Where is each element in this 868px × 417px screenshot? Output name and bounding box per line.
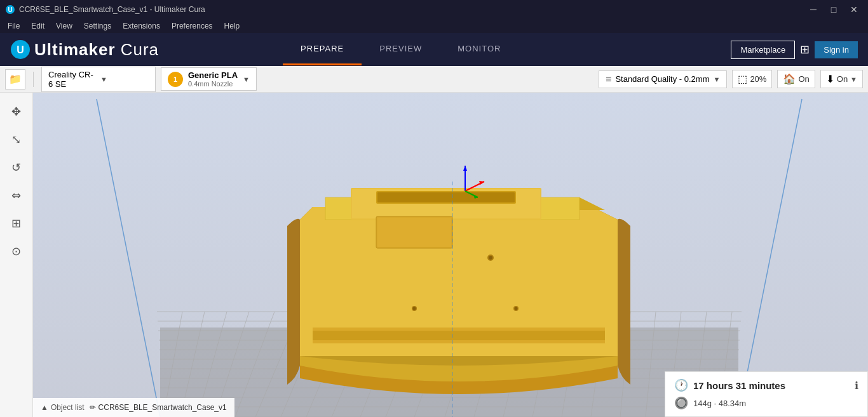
svg-point-59 [489, 256, 492, 260]
apps-icon[interactable]: ⊞ [800, 43, 810, 56]
svg-rect-65 [313, 331, 605, 340]
object-list-bar: ▲ Object list ✏ CCR6SE_BLE_Smartwatch_Ca… [33, 398, 234, 417]
tool-support-blocker[interactable]: ⊙ [5, 240, 28, 263]
weight-row: 🔘 144g · 48.34m [674, 396, 858, 410]
adhesion-label: On [837, 74, 848, 84]
svg-point-63 [413, 307, 416, 310]
tool-move[interactable]: ✥ [5, 100, 28, 123]
filament-icon: 🔘 [674, 396, 688, 410]
print-time: 17 hours 31 minutes [693, 380, 785, 391]
svg-text:U: U [17, 44, 24, 55]
svg-rect-56 [377, 192, 515, 202]
support-selector[interactable]: 🏠 On [777, 70, 815, 88]
tool-scale[interactable]: ⤡ [5, 128, 28, 151]
edit-icon[interactable]: ✏ [90, 403, 96, 412]
menu-file[interactable]: File [3, 20, 25, 32]
svg-text:U: U [8, 6, 12, 13]
settings-chevron: ▼ [850, 76, 857, 83]
tab-preview[interactable]: PREVIEW [362, 34, 440, 65]
adhesion-selector[interactable]: ⬇ On ▼ [820, 70, 863, 88]
menu-edit[interactable]: Edit [26, 20, 50, 32]
chevron-up-icon: ▲ [41, 403, 48, 412]
printer-chevron: ▼ [100, 76, 149, 83]
material-sub: 0.4mm Nozzle [188, 80, 238, 88]
maximize-button[interactable]: □ [825, 3, 843, 16]
nozzle-selector[interactable]: 1 Generic PLA 0.4mm Nozzle ▼ [161, 67, 257, 91]
printer-selector[interactable]: Creality CR-6 SE ▼ [41, 67, 156, 92]
marketplace-button[interactable]: Marketplace [731, 41, 795, 59]
logo: U Ultimaker Cura [10, 39, 159, 60]
title-bar: U CCR6SE_BLE_Smartwatch_Case_v1 - Ultima… [0, 0, 868, 19]
app-icon: U [5, 4, 15, 15]
scene-svg [33, 93, 868, 417]
print-info-panel: 🕐 17 hours 31 minutes ℹ 🔘 144g · 48.34m [665, 371, 868, 417]
printer-name: Creality CR-6 SE [48, 70, 97, 89]
tab-prepare[interactable]: PREPARE [283, 34, 362, 65]
svg-point-61 [515, 307, 518, 310]
object-name-label: CCR6SE_BLE_Smartwatch_Case_v1 [98, 403, 227, 412]
clock-icon: 🕐 [674, 378, 688, 392]
tool-mirror[interactable]: ⇔ [5, 184, 28, 207]
menu-bar: File Edit View Settings Extensions Prefe… [0, 19, 868, 33]
menu-help[interactable]: Help [219, 20, 245, 32]
left-sidebar: ✥ ⤡ ↺ ⇔ ⊞ ⊙ [0, 93, 33, 417]
viewport[interactable]: 🕐 17 hours 31 minutes ℹ 🔘 144g · 48.34m … [33, 93, 868, 417]
menu-settings[interactable]: Settings [79, 20, 116, 32]
tab-monitor[interactable]: MONITOR [440, 34, 519, 65]
logo-icon: U [10, 39, 31, 60]
print-weight: 144g · 48.34m [693, 399, 746, 408]
main-area: ✥ ⤡ ↺ ⇔ ⊞ ⊙ [0, 93, 868, 417]
menu-view[interactable]: View [51, 20, 78, 32]
window-title: CCR6SE_BLE_Smartwatch_Case_v1 - Ultimake… [19, 5, 205, 14]
adhesion-icon: ⬇ [826, 73, 834, 85]
svg-rect-67 [377, 218, 451, 247]
nav-right: Marketplace ⊞ Sign in [731, 41, 858, 59]
open-file-button[interactable]: 📁 [5, 69, 25, 89]
nozzle-text: Generic PLA 0.4mm Nozzle [188, 70, 238, 88]
object-list-toggle[interactable]: ▲ Object list [41, 403, 85, 412]
infill-selector[interactable]: ⬚ 20% [732, 70, 772, 88]
nozzle-number: 1 [168, 72, 183, 87]
quality-icon: ≡ [606, 74, 611, 85]
signin-button[interactable]: Sign in [815, 41, 858, 58]
infill-value: 20% [750, 74, 766, 84]
menu-extensions[interactable]: Extensions [118, 20, 165, 32]
object-list-label: Object list [51, 403, 85, 412]
top-nav: U Ultimaker Cura PREPARE PREVIEW MONITOR… [0, 33, 868, 66]
quality-chevron: ▼ [714, 76, 721, 83]
minimize-button[interactable]: ─ [804, 3, 822, 16]
logo-text: Ultimaker Cura [34, 40, 159, 60]
quality-selector[interactable]: ≡ Standard Quality - 0.2mm ▼ [599, 70, 727, 88]
separator-1 [33, 72, 34, 87]
object-item: ✏ CCR6SE_BLE_Smartwatch_Case_v1 [90, 403, 227, 412]
toolbar: 📁 Creality CR-6 SE ▼ 1 Generic PLA 0.4mm… [0, 66, 868, 93]
tool-rotate[interactable]: ↺ [5, 156, 28, 179]
window-controls: ─ □ ✕ [804, 3, 863, 16]
support-label: On [798, 74, 809, 84]
support-icon: 🏠 [783, 73, 796, 85]
info-icon[interactable]: ℹ [855, 380, 858, 392]
nav-tabs: PREPARE PREVIEW MONITOR [283, 34, 519, 65]
quality-label: Standard Quality - 0.2mm [615, 74, 709, 84]
tool-per-model[interactable]: ⊞ [5, 212, 28, 235]
nozzle-chevron: ▼ [243, 76, 250, 83]
menu-preferences[interactable]: Preferences [166, 20, 218, 32]
title-bar-left: U CCR6SE_BLE_Smartwatch_Case_v1 - Ultima… [5, 4, 205, 15]
close-button[interactable]: ✕ [845, 3, 863, 16]
material-name: Generic PLA [188, 70, 238, 80]
infill-icon: ⬚ [738, 73, 747, 85]
time-row: 🕐 17 hours 31 minutes ℹ [674, 378, 858, 392]
